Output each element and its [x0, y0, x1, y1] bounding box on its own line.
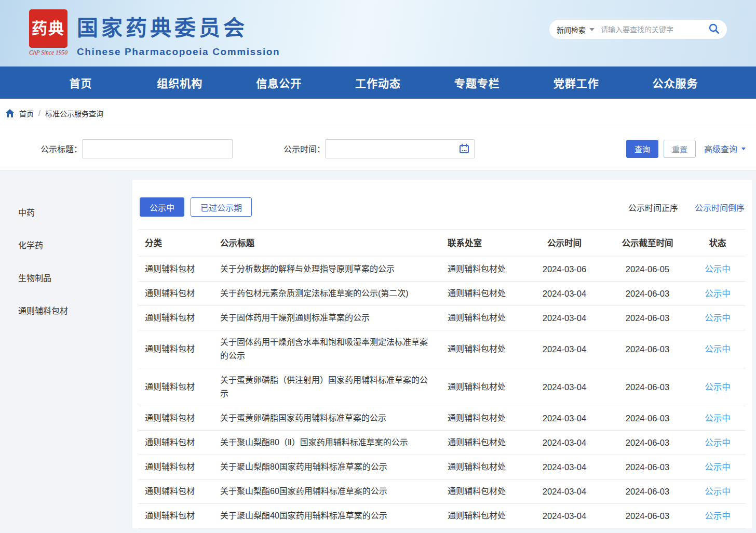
cell-category: 通则辅料包材 — [139, 504, 214, 528]
main-nav-link[interactable]: 工作动态 — [329, 66, 428, 99]
cell-status: 公示中 — [690, 375, 746, 399]
cell-category: 通则辅料包材 — [139, 306, 214, 330]
notice-time-input[interactable] — [325, 139, 475, 158]
query-button[interactable]: 查询 — [626, 140, 658, 158]
cell-end-date: 2024-06-03 — [605, 504, 690, 528]
table-row: 通则辅料包材 关于聚山梨酯80国家药用辅料标准草案的公示 通则辅料包材处 202… — [139, 455, 746, 479]
search-category-dropdown[interactable]: 新闻检索 — [557, 24, 595, 35]
table-body: 通则辅料包材 关于分析数据的解释与处理指导原则草案的公示 通则辅料包材处 202… — [139, 257, 746, 528]
breadcrumb: 首页 / 标准公示服务查询 — [0, 99, 756, 127]
cell-department: 通则辅料包材处 — [441, 455, 523, 479]
notice-table: 分类 公示标题 联系处室 公示时间 公示截至时间 状态 通则辅料包材 关于分析数… — [139, 229, 746, 528]
category-sidebar: 中药 化学药 生物制品 通则辅料包材 — [0, 180, 114, 528]
table-row: 通则辅料包材 关于固体药用干燥剂含水率和饱和吸湿率测定法标准草案的公示 通则辅料… — [139, 330, 746, 368]
table-row: 通则辅料包材 关于聚山梨酯80（Ⅱ）国家药用辅料标准草案的公示 通则辅料包材处 … — [139, 431, 746, 455]
advanced-query-link[interactable]: 高级查询 — [704, 142, 746, 155]
main-nav-link[interactable]: 党群工作 — [526, 66, 626, 99]
filter-title-group: 公示标题： — [40, 139, 233, 158]
table-row: 通则辅料包材 关于聚山梨酯60国家药用辅料标准草案的公示 通则辅料包材处 202… — [139, 479, 746, 504]
cell-title[interactable]: 关于蛋黄卵磷脂（供注射用）国家药用辅料标准草案的公示 — [214, 368, 441, 406]
tab-in-notice[interactable]: 公示中 — [140, 197, 184, 217]
content-panel: 公示中 已过公示期 公示时间正序 公示时间倒序 分类 公示标题 联系处室 公示时… — [132, 180, 752, 528]
sidebar-category-link[interactable]: 化学药 — [18, 238, 43, 251]
sidebar-item: 化学药 — [18, 228, 114, 261]
sort-time-desc-link[interactable]: 公示时间倒序 — [695, 201, 745, 214]
table-row: 通则辅料包材 关于分析数据的解释与处理指导原则草案的公示 通则辅料包材处 202… — [139, 257, 746, 282]
main-nav-link[interactable]: 组织机构 — [130, 66, 230, 99]
column-header-category: 分类 — [139, 230, 214, 257]
cell-category: 通则辅料包材 — [139, 431, 214, 455]
status-link[interactable]: 公示中 — [705, 511, 731, 521]
notice-title-input[interactable] — [82, 139, 233, 158]
home-icon[interactable] — [5, 109, 15, 117]
cell-category: 通则辅料包材 — [139, 257, 214, 281]
sidebar-item: 生物制品 — [18, 261, 114, 294]
header-search: 新闻检索 — [549, 20, 727, 39]
status-link[interactable]: 公示中 — [705, 462, 731, 472]
breadcrumb-home-link[interactable]: 首页 — [19, 108, 34, 118]
cell-status: 公示中 — [690, 455, 746, 479]
status-link[interactable]: 公示中 — [705, 438, 731, 447]
sidebar-category-link[interactable]: 生物制品 — [18, 271, 51, 284]
site-header: 药典 ChP Since 1950 国家药典委员会 Chinese Pharma… — [0, 0, 756, 66]
main-nav-link[interactable]: 信息公开 — [230, 66, 329, 99]
status-link[interactable]: 公示中 — [705, 414, 731, 423]
cell-title[interactable]: 关于聚山梨酯80（Ⅱ）国家药用辅料标准草案的公示 — [214, 431, 441, 455]
status-link[interactable]: 公示中 — [705, 344, 731, 354]
cell-title[interactable]: 关于聚山梨酯40国家药用辅料标准草案的公示 — [214, 504, 441, 528]
main-nav-link[interactable]: 专题专栏 — [427, 66, 526, 99]
main-nav-item: 专题专栏 — [427, 66, 526, 99]
cell-category: 通则辅料包材 — [139, 406, 214, 430]
tab-expired-notice[interactable]: 已过公示期 — [191, 197, 252, 217]
sidebar-category-link[interactable]: 通则辅料包材 — [18, 304, 68, 316]
reset-button[interactable]: 重置 — [664, 140, 696, 158]
cell-status: 公示中 — [690, 406, 746, 430]
cell-end-date: 2024-06-05 — [605, 257, 690, 281]
sidebar-item: 中药 — [18, 195, 114, 228]
site-logo[interactable]: 药典 ChP Since 1950 国家药典委员会 Chinese Pharma… — [29, 9, 280, 58]
status-link[interactable]: 公示中 — [705, 289, 731, 298]
search-category-label: 新闻检索 — [557, 24, 586, 35]
calendar-icon[interactable] — [459, 143, 469, 156]
cell-category: 通则辅料包材 — [139, 479, 214, 503]
column-header-department: 联系处室 — [441, 230, 523, 257]
status-link[interactable]: 公示中 — [705, 487, 731, 496]
cell-status: 公示中 — [690, 431, 746, 455]
cell-title[interactable]: 关于聚山梨酯60国家药用辅料标准草案的公示 — [214, 479, 441, 503]
page-body: 中药 化学药 生物制品 通则辅料包材 公示中 已过公示期 公示时间正序 公示时间… — [0, 180, 756, 528]
status-link[interactable]: 公示中 — [705, 264, 731, 274]
filter-panel: 公示标题： 公示时间： 查询 重置 高级查询 — [0, 127, 756, 170]
table-row: 通则辅料包材 关于聚山梨酯40国家药用辅料标准草案的公示 通则辅料包材处 202… — [139, 504, 746, 528]
cell-title[interactable]: 关于固体药用干燥剂通则标准草案的公示 — [214, 306, 441, 330]
main-nav-item: 组织机构 — [130, 66, 230, 99]
main-nav-link[interactable]: 首页 — [31, 66, 130, 99]
list-toolbar: 公示中 已过公示期 公示时间正序 公示时间倒序 — [139, 197, 746, 217]
cell-end-date: 2024-06-03 — [605, 455, 690, 479]
cell-department: 通则辅料包材处 — [441, 406, 523, 430]
cell-title[interactable]: 关于聚山梨酯80国家药用辅料标准草案的公示 — [214, 455, 441, 479]
sidebar-category-link[interactable]: 中药 — [18, 206, 35, 218]
status-link[interactable]: 公示中 — [705, 382, 731, 392]
cell-title[interactable]: 关于蛋黄卵磷脂国家药用辅料标准草案的公示 — [214, 406, 441, 430]
chevron-down-icon — [741, 148, 746, 150]
search-icon — [708, 23, 720, 36]
cell-status: 公示中 — [690, 257, 746, 281]
cell-title[interactable]: 关于固体药用干燥剂含水率和饱和吸湿率测定法标准草案的公示 — [214, 330, 441, 368]
search-button[interactable] — [705, 23, 720, 36]
chevron-down-icon — [589, 28, 595, 31]
cell-title[interactable]: 关于分析数据的解释与处理指导原则草案的公示 — [214, 257, 441, 281]
cell-status: 公示中 — [690, 337, 746, 361]
seal-logo-icon: 药典 — [29, 9, 68, 48]
status-link[interactable]: 公示中 — [705, 313, 731, 323]
sort-time-asc-link[interactable]: 公示时间正序 — [628, 201, 678, 214]
filter-time-group: 公示时间： — [284, 139, 475, 158]
cell-title[interactable]: 关于药包材元素杂质测定法标准草案的公示(第二次) — [214, 282, 441, 305]
cell-start-date: 2024-03-06 — [523, 257, 605, 281]
main-nav-item: 工作动态 — [329, 66, 428, 99]
breadcrumb-separator: / — [38, 109, 40, 117]
notice-time-label: 公示时间： — [284, 142, 325, 155]
main-nav-link[interactable]: 公众服务 — [626, 66, 725, 99]
search-input[interactable] — [601, 25, 705, 34]
cell-department: 通则辅料包材处 — [441, 479, 523, 503]
cell-department: 通则辅料包材处 — [441, 375, 523, 399]
